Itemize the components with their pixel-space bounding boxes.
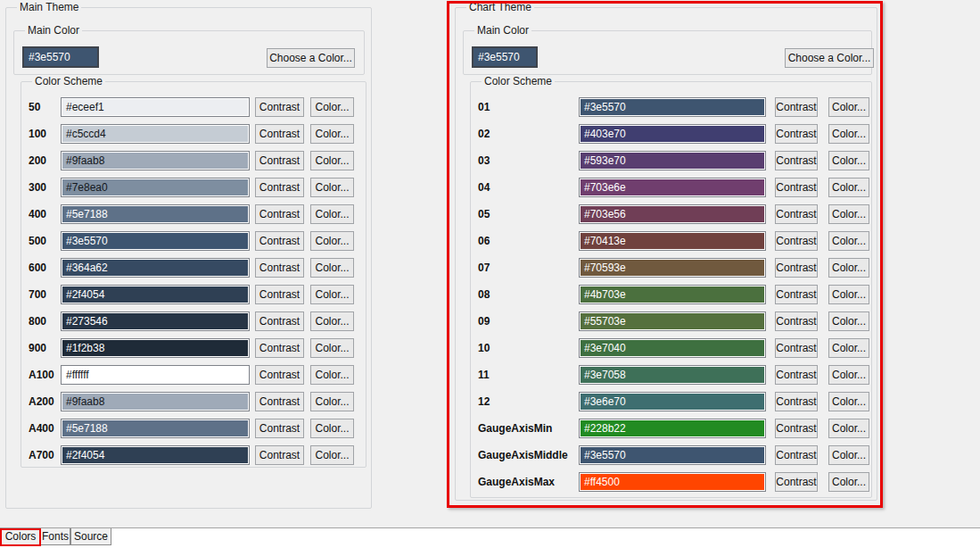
contrast-button[interactable]: Contrast: [255, 392, 304, 411]
color-value-input[interactable]: #55703e: [579, 311, 766, 331]
color-value-input[interactable]: #703e6e: [579, 178, 766, 197]
contrast-button[interactable]: Contrast: [255, 124, 304, 144]
color-value-input[interactable]: #7e8ea0: [61, 178, 250, 197]
color-value-input[interactable]: #2f4054: [61, 445, 250, 465]
color-scheme-row-label: 50: [29, 101, 40, 113]
color-value-input[interactable]: #3e5570: [579, 445, 766, 465]
contrast-button[interactable]: Contrast: [775, 419, 818, 438]
color-value-input[interactable]: #1f2b38: [61, 338, 250, 358]
color-scheme-row: 700 #2f4054 Contrast Color...: [21, 285, 366, 304]
contrast-button[interactable]: Contrast: [775, 178, 818, 197]
color-value-input[interactable]: #228b22: [579, 419, 766, 438]
color-value-input[interactable]: #703e56: [579, 204, 766, 224]
color-value-input[interactable]: #364a62: [61, 258, 250, 278]
color-picker-button[interactable]: Color...: [310, 445, 354, 465]
color-value-text: #703e56: [581, 206, 764, 222]
color-picker-button[interactable]: Color...: [310, 124, 354, 144]
color-picker-button[interactable]: Color...: [310, 311, 354, 331]
color-picker-button[interactable]: Color...: [828, 204, 869, 224]
color-picker-button[interactable]: Color...: [310, 97, 354, 117]
color-picker-button[interactable]: Color...: [310, 285, 354, 304]
contrast-button[interactable]: Contrast: [775, 445, 818, 465]
color-picker-button[interactable]: Color...: [828, 311, 869, 331]
contrast-button[interactable]: Contrast: [775, 311, 818, 331]
color-value-input[interactable]: #3e6e70: [579, 392, 766, 411]
main-color-value-field[interactable]: #3e5570: [472, 46, 538, 68]
color-value-input[interactable]: #eceef1: [61, 97, 250, 117]
choose-a-color-button[interactable]: Choose a Color...: [785, 48, 874, 68]
contrast-button[interactable]: Contrast: [775, 285, 818, 304]
contrast-button[interactable]: Contrast: [775, 151, 818, 170]
color-value-input[interactable]: #3e7040: [579, 338, 766, 358]
color-picker-button[interactable]: Color...: [310, 419, 354, 438]
contrast-button[interactable]: Contrast: [775, 124, 818, 144]
color-value-input[interactable]: #403e70: [579, 124, 766, 144]
tab-colors[interactable]: Colors: [1, 528, 40, 545]
color-picker-button[interactable]: Color...: [310, 338, 354, 358]
contrast-button[interactable]: Contrast: [255, 338, 304, 358]
color-value-input[interactable]: #2f4054: [61, 285, 250, 304]
contrast-button[interactable]: Contrast: [255, 445, 304, 465]
contrast-button[interactable]: Contrast: [775, 365, 818, 385]
color-value-input[interactable]: #3e5570: [61, 231, 250, 251]
color-picker-button[interactable]: Color...: [310, 231, 354, 251]
contrast-button[interactable]: Contrast: [255, 285, 304, 304]
tab-source[interactable]: Source: [70, 528, 111, 545]
color-value-input[interactable]: #70413e: [579, 231, 766, 251]
tab-fonts[interactable]: Fonts: [40, 528, 70, 545]
color-value-input[interactable]: #70593e: [579, 258, 766, 278]
color-value-input[interactable]: #3e7058: [579, 365, 766, 385]
color-value-input[interactable]: #ff4500: [579, 472, 766, 492]
color-picker-button[interactable]: Color...: [310, 204, 354, 224]
color-picker-button[interactable]: Color...: [310, 178, 354, 197]
color-value-input[interactable]: #ffffff: [61, 365, 250, 385]
color-picker-button[interactable]: Color...: [828, 285, 869, 304]
color-scheme-row: 02 #403e70 Contrast Color...: [471, 124, 871, 144]
main-color-value-field[interactable]: #3e5570: [22, 46, 99, 68]
contrast-button[interactable]: Contrast: [775, 338, 818, 358]
color-picker-button[interactable]: Color...: [828, 124, 869, 144]
color-value-input[interactable]: #c5ccd4: [61, 124, 250, 144]
color-picker-button[interactable]: Color...: [828, 178, 869, 197]
contrast-button[interactable]: Contrast: [775, 97, 818, 117]
choose-a-color-button[interactable]: Choose a Color...: [267, 48, 355, 68]
color-picker-button[interactable]: Color...: [310, 392, 354, 411]
color-value-input[interactable]: #593e70: [579, 151, 766, 170]
color-picker-button[interactable]: Color...: [310, 151, 354, 170]
color-picker-button[interactable]: Color...: [828, 338, 869, 358]
color-value-input[interactable]: #9faab8: [61, 392, 250, 411]
color-picker-button[interactable]: Color...: [828, 258, 869, 278]
contrast-button[interactable]: Contrast: [255, 97, 304, 117]
contrast-button[interactable]: Contrast: [775, 204, 818, 224]
color-value-input[interactable]: #5e7188: [61, 204, 250, 224]
contrast-button[interactable]: Contrast: [775, 392, 818, 411]
color-picker-button[interactable]: Color...: [310, 365, 354, 385]
color-value-input[interactable]: #273546: [61, 311, 250, 331]
color-picker-button[interactable]: Color...: [828, 472, 869, 492]
contrast-button[interactable]: Contrast: [775, 258, 818, 278]
contrast-button[interactable]: Contrast: [255, 231, 304, 251]
contrast-button[interactable]: Contrast: [255, 258, 304, 278]
color-scheme-row: 900 #1f2b38 Contrast Color...: [21, 338, 366, 358]
color-picker-button[interactable]: Color...: [828, 419, 869, 438]
color-value-input[interactable]: #3e5570: [579, 97, 766, 117]
contrast-button[interactable]: Contrast: [255, 178, 304, 197]
color-picker-button[interactable]: Color...: [828, 231, 869, 251]
contrast-button[interactable]: Contrast: [255, 365, 304, 385]
color-picker-button[interactable]: Color...: [828, 97, 869, 117]
contrast-button[interactable]: Contrast: [255, 151, 304, 170]
color-picker-button[interactable]: Color...: [310, 258, 354, 278]
color-value-input[interactable]: #9faab8: [61, 151, 250, 170]
color-picker-button[interactable]: Color...: [828, 151, 869, 170]
contrast-button[interactable]: Contrast: [255, 204, 304, 224]
contrast-button[interactable]: Contrast: [255, 419, 304, 438]
contrast-button[interactable]: Contrast: [255, 311, 304, 331]
contrast-button[interactable]: Contrast: [775, 472, 818, 492]
color-picker-button[interactable]: Color...: [828, 445, 869, 465]
color-scheme-row-label: 11: [478, 369, 490, 381]
color-value-input[interactable]: #4b703e: [579, 285, 766, 304]
color-picker-button[interactable]: Color...: [828, 392, 869, 411]
color-picker-button[interactable]: Color...: [828, 365, 869, 385]
color-value-input[interactable]: #5e7188: [61, 419, 250, 438]
contrast-button[interactable]: Contrast: [775, 231, 818, 251]
